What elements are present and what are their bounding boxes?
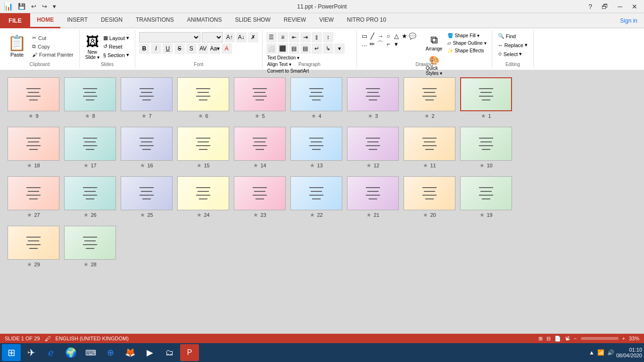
slide-item[interactable]: ▬▬▬▬▬▬▬▬▬▬▬▬▬▬▬▬▬★12 xyxy=(347,127,399,169)
slide-item[interactable]: ▬▬▬▬▬▬▬▬▬▬▬▬▬▬▬▬▬★17 xyxy=(64,127,116,169)
slide-item[interactable]: ▬▬▬▬▬▬▬▬▬▬▬▬▬▬▬▬▬★27 xyxy=(8,176,59,218)
slide-item[interactable]: ▬▬▬▬▬▬▬▬▬▬▬▬▬▬▬▬▬★11 xyxy=(404,127,455,169)
zoom-out-btn[interactable]: − xyxy=(574,336,577,341)
view-reading-btn[interactable]: 📄 xyxy=(554,336,561,342)
freeform-btn[interactable]: ✏ xyxy=(369,40,376,48)
view-slide-sorter-btn[interactable]: ⊟ xyxy=(546,336,551,342)
taskbar-media[interactable]: ▶ xyxy=(140,344,159,361)
change-case-btn[interactable]: Aa▾ xyxy=(210,43,220,54)
arrow-shape-btn[interactable]: → xyxy=(377,32,384,40)
tab-home[interactable]: HOME xyxy=(30,13,60,28)
slide-item[interactable]: ▬▬▬▬▬▬▬▬▬▬▬▬▬▬▬▬▬★2 xyxy=(404,77,455,119)
star-shape-btn[interactable]: ★ xyxy=(401,32,408,40)
find-button[interactable]: 🔍 Find xyxy=(496,32,529,40)
select-button[interactable]: ⊹ Select ▾ xyxy=(496,50,529,58)
close-btn[interactable]: ✕ xyxy=(629,3,640,10)
slide-item[interactable]: ▬▬▬▬▬▬▬▬▬▬▬▬▬▬▬▬▬★1 xyxy=(460,77,512,119)
slide-item[interactable]: ▬▬▬▬▬▬▬▬▬▬▬▬▬▬▬▬▬★21 xyxy=(347,176,399,218)
para-dropdown-btn[interactable]: ▾ xyxy=(334,43,345,54)
qa-dropdown-btn[interactable]: ▾ xyxy=(51,2,58,11)
restore-btn[interactable]: 🗗 xyxy=(599,3,611,10)
slide-item[interactable]: ▬▬▬▬▬▬▬▬▬▬▬▬▬▬▬▬▬★9 xyxy=(8,77,59,119)
char-spacing-btn[interactable]: AV xyxy=(198,43,208,54)
copy-button[interactable]: ⧉ Copy xyxy=(30,42,75,50)
slide-item[interactable]: ▬▬▬▬▬▬▬▬▬▬▬▬▬▬▬▬▬★3 xyxy=(347,77,399,119)
bold-btn[interactable]: B xyxy=(139,43,149,54)
cut-button[interactable]: ✂ Cut xyxy=(30,34,75,42)
view-normal-btn[interactable]: ⊞ xyxy=(538,336,543,342)
redo-btn[interactable]: ↪ xyxy=(40,2,49,11)
zoom-in-btn[interactable]: + xyxy=(622,336,625,341)
tab-animations[interactable]: ANIMATIONS xyxy=(181,13,229,28)
align-right-btn[interactable]: ▤ xyxy=(289,43,299,54)
shape-effects-btn[interactable]: ✨ Shape Effects xyxy=(446,47,487,54)
tab-review[interactable]: REVIEW xyxy=(277,13,313,28)
rtl-btn[interactable]: ↵ xyxy=(312,43,322,54)
font-name-select[interactable] xyxy=(139,32,200,42)
minimize-btn[interactable]: ─ xyxy=(615,3,625,10)
section-button[interactable]: § Section ▾ xyxy=(101,51,131,59)
more-shapes-btn[interactable]: … xyxy=(361,40,368,48)
taskbar-firefox[interactable]: 🦊 xyxy=(121,344,140,361)
taskbar-chrome[interactable]: ⊕ xyxy=(101,344,120,361)
clear-format-btn[interactable]: ✗ xyxy=(248,32,258,42)
slide-item[interactable]: ▬▬▬▬▬▬▬▬▬▬▬▬▬▬▬▬▬★26 xyxy=(64,176,116,218)
italic-btn[interactable]: I xyxy=(151,43,161,54)
slide-item[interactable]: ▬▬▬▬▬▬▬▬▬▬▬▬▬▬▬▬▬★23 xyxy=(234,176,286,218)
rect-shape-btn[interactable]: ▭ xyxy=(361,32,368,40)
callout-shape-btn[interactable]: 💬 xyxy=(409,32,416,40)
layout-button[interactable]: ▦ Layout ▾ xyxy=(101,34,131,42)
sign-in-btn[interactable]: Sign in xyxy=(613,17,644,24)
triangle-shape-btn[interactable]: △ xyxy=(393,32,400,40)
slide-item[interactable]: ▬▬▬▬▬▬▬▬▬▬▬▬▬▬▬▬▬★15 xyxy=(177,127,229,169)
taskbar-folder[interactable]: 🗂 xyxy=(160,344,179,361)
ltr-btn[interactable]: ↳ xyxy=(323,43,333,54)
slide-item[interactable]: ▬▬▬▬▬▬▬▬▬▬▬▬▬▬▬▬▬★19 xyxy=(460,176,512,218)
tab-insert[interactable]: INSERT xyxy=(60,13,94,28)
tab-slideshow[interactable]: SLIDE SHOW xyxy=(228,13,277,28)
oval-shape-btn[interactable]: ○ xyxy=(385,32,392,40)
save-quick-btn[interactable]: 💾 xyxy=(16,2,27,11)
slide-item[interactable]: ▬▬▬▬▬▬▬▬▬▬▬▬▬▬▬▬▬★28 xyxy=(64,226,116,268)
slide-item[interactable]: ▬▬▬▬▬▬▬▬▬▬▬▬▬▬▬▬▬★14 xyxy=(234,127,286,169)
tab-transitions[interactable]: TRANSITIONS xyxy=(129,13,181,28)
columns-btn[interactable]: ⫿ xyxy=(312,32,322,42)
increase-indent-btn[interactable]: ⇥ xyxy=(300,32,311,42)
slide-item[interactable]: ▬▬▬▬▬▬▬▬▬▬▬▬▬▬▬▬▬★6 xyxy=(177,77,229,119)
font-size-select[interactable] xyxy=(202,32,223,42)
zoom-bar[interactable] xyxy=(581,337,619,340)
tab-view[interactable]: VIEW xyxy=(313,13,340,28)
paste-button[interactable]: 📋 Paste xyxy=(4,32,30,59)
shadow-btn[interactable]: S xyxy=(186,43,197,54)
help-btn[interactable]: ? xyxy=(586,3,595,10)
bullets-btn[interactable]: ☰ xyxy=(266,32,277,42)
line-shape-btn[interactable]: ╱ xyxy=(369,32,376,40)
tray-up-arrow[interactable]: ▲ xyxy=(589,349,594,356)
slide-item[interactable]: ▬▬▬▬▬▬▬▬▬▬▬▬▬▬▬▬▬★29 xyxy=(8,226,59,268)
shape-dropdown-btn[interactable]: ▾ xyxy=(393,40,400,48)
undo-btn[interactable]: ↩ xyxy=(29,2,38,11)
slide-item[interactable]: ▬▬▬▬▬▬▬▬▬▬▬▬▬▬▬▬▬★18 xyxy=(8,127,59,169)
shape-fill-btn[interactable]: 🪣 Shape Fill ▾ xyxy=(446,32,487,39)
align-left-btn[interactable]: ⬜ xyxy=(266,43,277,54)
reset-button[interactable]: ↺ Reset xyxy=(101,42,131,50)
slide-item[interactable]: ▬▬▬▬▬▬▬▬▬▬▬▬▬▬▬▬▬★25 xyxy=(121,176,173,218)
decrease-indent-btn[interactable]: ⇤ xyxy=(289,32,299,42)
slide-item[interactable]: ▬▬▬▬▬▬▬▬▬▬▬▬▬▬▬▬▬★22 xyxy=(290,176,342,218)
slide-item[interactable]: ▬▬▬▬▬▬▬▬▬▬▬▬▬▬▬▬▬★20 xyxy=(404,176,455,218)
underline-btn[interactable]: U xyxy=(163,43,173,54)
slide-item[interactable]: ▬▬▬▬▬▬▬▬▬▬▬▬▬▬▬▬▬★10 xyxy=(460,127,512,169)
taskbar-ie[interactable]: ℯ xyxy=(41,344,60,361)
taskbar-telegram[interactable]: ✈ xyxy=(22,344,41,361)
slide-item[interactable]: ▬▬▬▬▬▬▬▬▬▬▬▬▬▬▬▬▬★8 xyxy=(64,77,116,119)
text-direction-btn[interactable]: Text Direction ▾ xyxy=(266,55,310,61)
slide-item[interactable]: ▬▬▬▬▬▬▬▬▬▬▬▬▬▬▬▬▬★4 xyxy=(290,77,342,119)
slide-item[interactable]: ▬▬▬▬▬▬▬▬▬▬▬▬▬▬▬▬▬★24 xyxy=(177,176,229,218)
line-spacing-btn[interactable]: ↕ xyxy=(323,32,333,42)
numbering-btn[interactable]: ≡ xyxy=(278,32,288,42)
taskbar-earth[interactable]: 🌍 xyxy=(61,344,80,361)
taskbar-ppt[interactable]: P xyxy=(180,344,199,361)
align-center-btn[interactable]: ⬛ xyxy=(278,43,288,54)
slide-item[interactable]: ▬▬▬▬▬▬▬▬▬▬▬▬▬▬▬▬▬★13 xyxy=(290,127,342,169)
connector-btn[interactable]: ⌐ xyxy=(385,40,392,48)
